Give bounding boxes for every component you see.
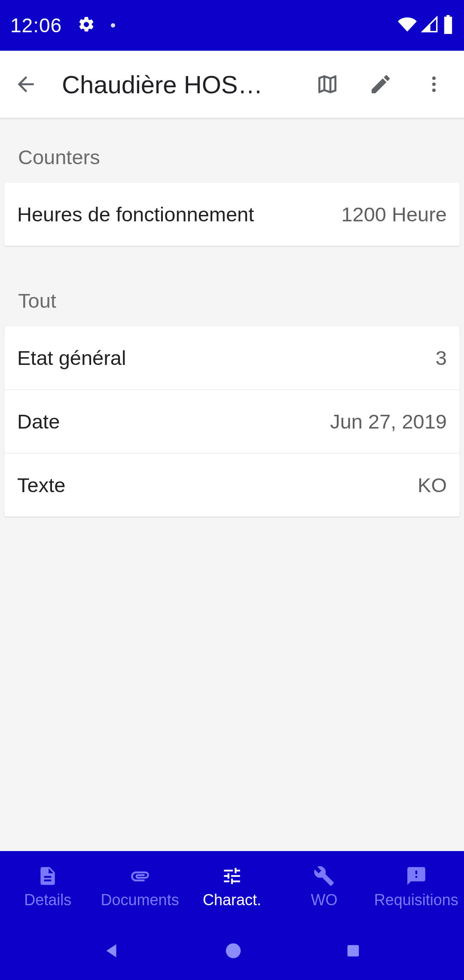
counter-label: Heures de fonctionnement: [17, 202, 254, 226]
arrow-left-icon: [14, 72, 38, 96]
texte-value: KO: [418, 473, 447, 497]
map-icon: [315, 72, 339, 96]
svg-point-1: [432, 83, 436, 86]
tab-charact-label: Charact.: [203, 891, 261, 909]
tab-documents-label: Documents: [101, 891, 179, 909]
battery-icon: [443, 15, 454, 36]
svg-point-0: [432, 77, 436, 80]
more-vert-icon: [424, 74, 444, 95]
texte-label: Texte: [17, 473, 65, 497]
wifi-icon: [398, 15, 417, 36]
status-time: 12:06: [10, 14, 62, 37]
pencil-icon: [369, 72, 393, 96]
system-home-button[interactable]: [223, 941, 243, 962]
counter-row[interactable]: Heures de fonctionnement 1200 Heure: [4, 183, 460, 246]
section-header-counters: Counters: [0, 118, 464, 183]
date-label: Date: [17, 410, 60, 433]
app-bar-actions: [314, 71, 454, 97]
bottom-nav: Details Documents Charact. WO Requisitio…: [0, 851, 464, 923]
square-icon: [345, 942, 362, 959]
date-value: Jun 27, 2019: [330, 410, 447, 433]
etat-general-label: Etat général: [17, 346, 126, 370]
announcement-icon: [406, 865, 427, 887]
edit-button[interactable]: [368, 71, 394, 97]
counters-card: Heures de fonctionnement 1200 Heure: [4, 183, 460, 246]
page-title: Chaudière HOS…: [62, 70, 311, 99]
counter-value: 1200 Heure: [341, 202, 447, 226]
etat-general-row[interactable]: Etat général 3: [4, 326, 460, 389]
tab-requisitions-label: Requisitions: [374, 891, 458, 909]
wrench-icon: [313, 865, 335, 887]
system-nav-bar: [0, 923, 464, 980]
overflow-menu-button[interactable]: [421, 71, 447, 97]
svg-rect-4: [348, 945, 359, 957]
tout-card: Etat général 3 Date Jun 27, 2019 Texte K…: [4, 326, 460, 517]
status-right: [398, 15, 454, 36]
notification-dot-icon: [111, 23, 115, 28]
svg-point-3: [226, 943, 241, 959]
status-left: 12:06: [10, 14, 115, 37]
system-recent-button[interactable]: [345, 942, 362, 961]
status-bar: 12:06: [0, 0, 464, 51]
svg-point-2: [432, 89, 436, 92]
back-button[interactable]: [10, 69, 41, 100]
cellular-icon: [421, 16, 438, 35]
date-row[interactable]: Date Jun 27, 2019: [4, 389, 460, 453]
tab-charact[interactable]: Charact.: [186, 865, 278, 909]
tab-wo-label: WO: [311, 891, 337, 909]
attachment-icon: [129, 865, 151, 887]
triangle-left-icon: [102, 941, 122, 961]
map-button[interactable]: [314, 71, 340, 97]
content-area: Counters Heures de fonctionnement 1200 H…: [0, 118, 464, 517]
texte-row[interactable]: Texte KO: [4, 453, 460, 517]
app-bar: Chaudière HOS…: [0, 51, 464, 118]
section-header-tout: Tout: [0, 246, 464, 326]
etat-general-value: 3: [436, 346, 447, 370]
tab-requisitions[interactable]: Requisitions: [370, 865, 462, 909]
system-back-button[interactable]: [102, 941, 122, 962]
document-icon: [37, 865, 58, 887]
tune-icon: [221, 865, 243, 887]
tab-documents[interactable]: Documents: [94, 865, 186, 909]
tab-details[interactable]: Details: [2, 865, 94, 909]
tab-wo[interactable]: WO: [278, 865, 370, 909]
circle-icon: [223, 941, 243, 961]
settings-icon: [77, 15, 95, 35]
tab-details-label: Details: [24, 891, 71, 909]
